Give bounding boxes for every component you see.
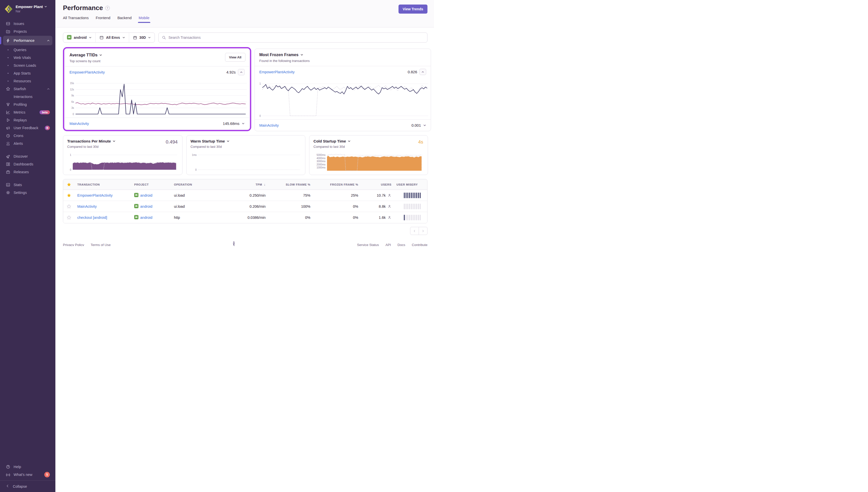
sidebar-item-interactions[interactable]: Interactions — [3, 93, 52, 100]
sidebar-item-projects[interactable]: Projects — [3, 27, 52, 35]
chevron-down-icon — [44, 5, 47, 8]
footer-link-api[interactable]: API — [385, 243, 391, 246]
view-trends-button[interactable]: View Trends — [399, 4, 428, 14]
unstarred-icon[interactable] — [63, 215, 75, 220]
transaction-link[interactable]: EmpowerPlantActivity — [77, 193, 112, 197]
column-header-project[interactable]: PROJECT — [132, 183, 172, 186]
view-all-button[interactable]: View All — [225, 53, 246, 62]
tab-backend[interactable]: Backend — [117, 16, 131, 23]
most-frozen-frames-title[interactable]: Most Frozen Frames — [259, 53, 426, 57]
page-title: Performance ? — [63, 4, 428, 12]
column-header-operation[interactable]: OPERATION — [172, 183, 216, 186]
tab-frontend[interactable]: Frontend — [96, 16, 110, 23]
date-range-filter[interactable]: 30D — [129, 33, 155, 42]
footer-link-terms-of-use[interactable]: Terms of Use — [91, 243, 111, 246]
sidebar-item-alerts[interactable]: Alerts — [3, 140, 52, 147]
unstarred-icon[interactable] — [63, 204, 75, 209]
chevron-left-icon — [413, 229, 416, 233]
help-icon[interactable]: ? — [105, 6, 110, 10]
sidebar-item-dashboards[interactable]: Dashboards — [3, 160, 52, 168]
sidebar-item-replays[interactable]: Replays — [3, 116, 52, 124]
search-box — [158, 32, 428, 43]
sidebar-item-metrics[interactable]: Metricsbeta — [3, 108, 52, 116]
page-footer: Privacy PolicyTerms of Use Service Statu… — [55, 235, 434, 246]
transaction-link[interactable]: MainActivity — [77, 204, 97, 208]
sidebar-item-settings[interactable]: Settings — [3, 189, 52, 196]
project-link[interactable]: android — [140, 204, 152, 208]
tpm-title[interactable]: Transactions Per Minute — [67, 139, 178, 143]
chevron-down-icon — [148, 36, 151, 39]
sidebar-item-resources[interactable]: Resources — [3, 77, 52, 85]
star-column-header[interactable] — [63, 182, 75, 187]
sidebar-item-performance[interactable]: Performance — [3, 36, 52, 45]
collapse-series-button[interactable] — [419, 69, 426, 75]
search-input[interactable] — [169, 35, 424, 40]
footer-link-service-status[interactable]: Service Status — [357, 243, 379, 246]
column-header-frozen-frame-[interactable]: FROZEN FRAME % — [313, 183, 361, 186]
transactions-table: TRANSACTIONPROJECTOPERATIONTPM ↓SLOW FRA… — [63, 179, 428, 223]
svg-text:0: 0 — [195, 168, 197, 171]
expand-series-button[interactable] — [242, 122, 245, 125]
sidebar-item-discover[interactable]: Discover — [3, 152, 52, 160]
b-badge: B — [45, 126, 50, 130]
sidebar-item-user-feedback[interactable]: User FeedbackB — [3, 124, 52, 132]
transaction-link[interactable]: EmpowerPlantActivity — [259, 70, 295, 74]
main-content: Performance ? View Trends All Transactio… — [55, 0, 434, 246]
sidebar-item-crons[interactable]: Crons — [3, 132, 52, 140]
footer-link-contribute[interactable]: Contribute — [412, 243, 428, 246]
frozen-frame-cell: 0% — [313, 216, 361, 220]
column-header-user-misery[interactable]: USER MISERY — [394, 183, 427, 186]
footer-link-docs[interactable]: Docs — [398, 243, 405, 246]
collapse-series-button[interactable] — [238, 69, 245, 75]
column-header-transaction[interactable]: TRANSACTION — [75, 183, 132, 186]
sidebar-item-stats[interactable]: Stats — [3, 181, 52, 189]
telescope-icon — [5, 154, 10, 158]
sidebar-item-profiling[interactable]: Profiling — [3, 100, 52, 108]
issues-icon — [5, 21, 10, 26]
expand-series-button[interactable] — [423, 124, 426, 127]
project-filter[interactable]: android — [63, 33, 95, 42]
tab-all-transactions[interactable]: All Transactions — [63, 16, 88, 23]
sidebar-item-app-starts[interactable]: App Starts — [3, 69, 52, 77]
bullet-icon — [5, 49, 10, 50]
transaction-link[interactable]: MainActivity — [70, 122, 89, 126]
frozen-frame-cell: 25% — [313, 193, 361, 197]
column-header-slow-frame-[interactable]: SLOW FRAME % — [268, 183, 313, 186]
project-link[interactable]: android — [140, 193, 152, 197]
sidebar-item-web-vitals[interactable]: Web Vitals — [3, 54, 52, 62]
previous-page-button[interactable] — [410, 227, 419, 235]
page-filters: android All Envs 30D — [63, 32, 155, 43]
tpm-cell: 0.206/min — [216, 204, 268, 208]
cold-startup-title[interactable]: Cold Startup Time — [313, 139, 424, 143]
transaction-link[interactable]: checkout [android] — [77, 216, 107, 220]
org-switcher[interactable]: Empower Plant Nar — [3, 3, 52, 20]
footer-link-privacy-policy[interactable]: Privacy Policy — [63, 243, 84, 246]
tpm-chart: 10 — [67, 149, 178, 172]
android-project-icon — [67, 35, 72, 40]
environment-filter[interactable]: All Envs — [95, 33, 129, 42]
android-project-icon — [134, 193, 138, 198]
column-header-users[interactable]: USERS — [361, 183, 394, 186]
transaction-link[interactable]: MainActivity — [259, 123, 279, 127]
chevron-down-icon — [242, 122, 245, 125]
sidebar-item-screen-loads[interactable]: Screen Loads — [3, 62, 52, 69]
average-ttids-title[interactable]: Average TTIDs — [70, 53, 245, 57]
sidebar-item-starfish[interactable]: Starfish — [3, 85, 52, 93]
warm-startup-title[interactable]: Warm Startup Time — [190, 139, 301, 143]
projects-icon — [5, 29, 10, 34]
project-link[interactable]: android — [140, 216, 152, 220]
svg-text:1ms: 1ms — [192, 154, 197, 156]
average-ttids-subtitle: Top screens by count — [70, 59, 245, 63]
sidebar: Empower Plant Nar IssuesProjectsPerforma… — [0, 0, 55, 246]
sidebar-item-releases[interactable]: Releases — [3, 168, 52, 176]
next-page-button[interactable] — [419, 227, 428, 235]
svg-text:0: 0 — [259, 115, 261, 117]
svg-text:1: 1 — [259, 82, 261, 85]
column-header-tpm[interactable]: TPM ↓ — [216, 182, 268, 186]
transaction-link[interactable]: EmpowerPlantActivity — [70, 70, 105, 74]
sidebar-item-queries[interactable]: Queries — [3, 46, 52, 54]
chevron-down-icon — [300, 53, 303, 56]
starred-icon[interactable] — [63, 193, 75, 198]
sidebar-item-issues[interactable]: Issues — [3, 20, 52, 27]
tab-mobile[interactable]: Mobile — [139, 16, 150, 23]
